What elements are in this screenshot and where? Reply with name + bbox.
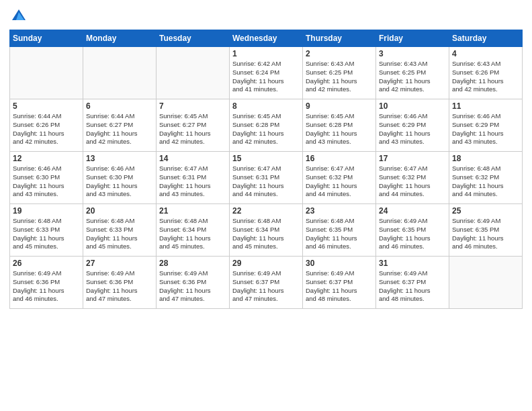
day-info: Sunrise: 6:46 AM Sunset: 6:30 PM Dayligh… <box>13 165 80 199</box>
day-number: 19 <box>13 206 80 216</box>
calendar-cell: 7Sunrise: 6:45 AM Sunset: 6:27 PM Daylig… <box>157 99 230 152</box>
day-number: 2 <box>306 49 373 58</box>
calendar-cell: 23Sunrise: 6:48 AM Sunset: 6:35 PM Dayli… <box>303 204 376 257</box>
day-info: Sunrise: 6:49 AM Sunset: 6:36 PM Dayligh… <box>13 269 80 304</box>
day-number: 23 <box>306 206 373 216</box>
calendar-cell: 13Sunrise: 6:46 AM Sunset: 6:30 PM Dayli… <box>83 152 157 204</box>
calendar-cell: 9Sunrise: 6:45 AM Sunset: 6:28 PM Daylig… <box>303 99 376 152</box>
weekday-header: Wednesday <box>230 30 303 47</box>
calendar-week-row: 26Sunrise: 6:49 AM Sunset: 6:36 PM Dayli… <box>10 257 523 309</box>
calendar-cell: 11Sunrise: 6:46 AM Sunset: 6:29 PM Dayli… <box>449 99 523 152</box>
day-info: Sunrise: 6:45 AM Sunset: 6:27 PM Dayligh… <box>159 112 226 146</box>
day-number: 4 <box>452 49 519 58</box>
weekday-header: Friday <box>376 30 449 47</box>
header <box>9 7 523 26</box>
day-number: 31 <box>379 259 446 268</box>
calendar-week-row: 5Sunrise: 6:44 AM Sunset: 6:26 PM Daylig… <box>10 99 523 152</box>
day-info: Sunrise: 6:46 AM Sunset: 6:29 PM Dayligh… <box>452 112 519 146</box>
day-info: Sunrise: 6:49 AM Sunset: 6:37 PM Dayligh… <box>379 269 446 304</box>
day-number: 6 <box>86 101 153 111</box>
calendar-cell: 17Sunrise: 6:47 AM Sunset: 6:32 PM Dayli… <box>376 152 449 204</box>
day-info: Sunrise: 6:47 AM Sunset: 6:31 PM Dayligh… <box>232 165 300 199</box>
day-number: 13 <box>86 154 153 163</box>
day-info: Sunrise: 6:48 AM Sunset: 6:34 PM Dayligh… <box>159 217 226 251</box>
calendar-cell: 15Sunrise: 6:47 AM Sunset: 6:31 PM Dayli… <box>230 152 303 204</box>
calendar-week-row: 19Sunrise: 6:48 AM Sunset: 6:33 PM Dayli… <box>10 204 523 257</box>
day-info: Sunrise: 6:46 AM Sunset: 6:30 PM Dayligh… <box>86 165 153 199</box>
logo <box>9 7 31 26</box>
calendar-cell <box>10 47 83 99</box>
calendar-cell: 18Sunrise: 6:48 AM Sunset: 6:32 PM Dayli… <box>449 152 523 204</box>
day-info: Sunrise: 6:48 AM Sunset: 6:33 PM Dayligh… <box>13 217 80 251</box>
day-info: Sunrise: 6:48 AM Sunset: 6:34 PM Dayligh… <box>232 217 300 251</box>
weekday-header: Monday <box>83 30 157 47</box>
calendar-cell: 14Sunrise: 6:47 AM Sunset: 6:31 PM Dayli… <box>157 152 230 204</box>
day-info: Sunrise: 6:44 AM Sunset: 6:27 PM Dayligh… <box>86 112 153 146</box>
day-number: 30 <box>306 259 373 268</box>
day-number: 1 <box>232 49 300 58</box>
calendar-cell: 12Sunrise: 6:46 AM Sunset: 6:30 PM Dayli… <box>10 152 83 204</box>
day-number: 25 <box>452 206 519 216</box>
calendar-cell: 25Sunrise: 6:49 AM Sunset: 6:35 PM Dayli… <box>449 204 523 257</box>
calendar-cell: 5Sunrise: 6:44 AM Sunset: 6:26 PM Daylig… <box>10 99 83 152</box>
day-info: Sunrise: 6:46 AM Sunset: 6:29 PM Dayligh… <box>379 112 446 146</box>
calendar-cell: 20Sunrise: 6:48 AM Sunset: 6:33 PM Dayli… <box>83 204 157 257</box>
day-info: Sunrise: 6:43 AM Sunset: 6:26 PM Dayligh… <box>452 60 519 94</box>
day-number: 15 <box>232 154 300 163</box>
day-info: Sunrise: 6:49 AM Sunset: 6:37 PM Dayligh… <box>232 269 300 304</box>
day-number: 3 <box>379 49 446 58</box>
day-number: 21 <box>159 206 226 216</box>
day-number: 16 <box>306 154 373 163</box>
logo-icon <box>9 7 28 26</box>
calendar-cell: 6Sunrise: 6:44 AM Sunset: 6:27 PM Daylig… <box>83 99 157 152</box>
calendar-cell: 31Sunrise: 6:49 AM Sunset: 6:37 PM Dayli… <box>376 257 449 309</box>
day-info: Sunrise: 6:48 AM Sunset: 6:33 PM Dayligh… <box>86 217 153 251</box>
day-number: 20 <box>86 206 153 216</box>
day-number: 27 <box>86 259 153 268</box>
day-info: Sunrise: 6:47 AM Sunset: 6:32 PM Dayligh… <box>306 165 373 199</box>
weekday-header: Sunday <box>10 30 83 47</box>
day-number: 22 <box>232 206 300 216</box>
calendar-cell: 26Sunrise: 6:49 AM Sunset: 6:36 PM Dayli… <box>10 257 83 309</box>
day-info: Sunrise: 6:49 AM Sunset: 6:36 PM Dayligh… <box>159 269 226 304</box>
day-number: 12 <box>13 154 80 163</box>
calendar-cell: 4Sunrise: 6:43 AM Sunset: 6:26 PM Daylig… <box>449 47 523 99</box>
calendar-cell: 22Sunrise: 6:48 AM Sunset: 6:34 PM Dayli… <box>230 204 303 257</box>
calendar-cell: 27Sunrise: 6:49 AM Sunset: 6:36 PM Dayli… <box>83 257 157 309</box>
weekday-header: Thursday <box>303 30 376 47</box>
day-number: 24 <box>379 206 446 216</box>
calendar-cell: 3Sunrise: 6:43 AM Sunset: 6:25 PM Daylig… <box>376 47 449 99</box>
calendar-cell <box>83 47 157 99</box>
calendar-cell: 24Sunrise: 6:49 AM Sunset: 6:35 PM Dayli… <box>376 204 449 257</box>
day-number: 29 <box>232 259 300 268</box>
day-info: Sunrise: 6:49 AM Sunset: 6:35 PM Dayligh… <box>379 217 446 251</box>
day-info: Sunrise: 6:49 AM Sunset: 6:35 PM Dayligh… <box>452 217 519 251</box>
day-info: Sunrise: 6:45 AM Sunset: 6:28 PM Dayligh… <box>232 112 300 146</box>
calendar-cell: 21Sunrise: 6:48 AM Sunset: 6:34 PM Dayli… <box>157 204 230 257</box>
day-info: Sunrise: 6:43 AM Sunset: 6:25 PM Dayligh… <box>379 60 446 94</box>
calendar-cell <box>157 47 230 99</box>
calendar-header-row: SundayMondayTuesdayWednesdayThursdayFrid… <box>10 30 523 47</box>
day-number: 9 <box>306 101 373 111</box>
day-number: 5 <box>13 101 80 111</box>
day-number: 7 <box>159 101 226 111</box>
calendar-cell: 2Sunrise: 6:43 AM Sunset: 6:25 PM Daylig… <box>303 47 376 99</box>
calendar: SundayMondayTuesdayWednesdayThursdayFrid… <box>9 30 523 309</box>
day-number: 10 <box>379 101 446 111</box>
weekday-header: Tuesday <box>157 30 230 47</box>
day-info: Sunrise: 6:47 AM Sunset: 6:31 PM Dayligh… <box>159 165 226 199</box>
day-info: Sunrise: 6:48 AM Sunset: 6:32 PM Dayligh… <box>452 165 519 199</box>
day-number: 18 <box>452 154 519 163</box>
calendar-cell: 30Sunrise: 6:49 AM Sunset: 6:37 PM Dayli… <box>303 257 376 309</box>
day-number: 26 <box>13 259 80 268</box>
day-info: Sunrise: 6:48 AM Sunset: 6:35 PM Dayligh… <box>306 217 373 251</box>
day-info: Sunrise: 6:49 AM Sunset: 6:37 PM Dayligh… <box>306 269 373 304</box>
day-info: Sunrise: 6:47 AM Sunset: 6:32 PM Dayligh… <box>379 165 446 199</box>
day-info: Sunrise: 6:45 AM Sunset: 6:28 PM Dayligh… <box>306 112 373 146</box>
day-number: 14 <box>159 154 226 163</box>
day-number: 8 <box>232 101 300 111</box>
page: SundayMondayTuesdayWednesdayThursdayFrid… <box>0 0 532 411</box>
day-number: 11 <box>452 101 519 111</box>
calendar-week-row: 12Sunrise: 6:46 AM Sunset: 6:30 PM Dayli… <box>10 152 523 204</box>
calendar-cell: 8Sunrise: 6:45 AM Sunset: 6:28 PM Daylig… <box>230 99 303 152</box>
